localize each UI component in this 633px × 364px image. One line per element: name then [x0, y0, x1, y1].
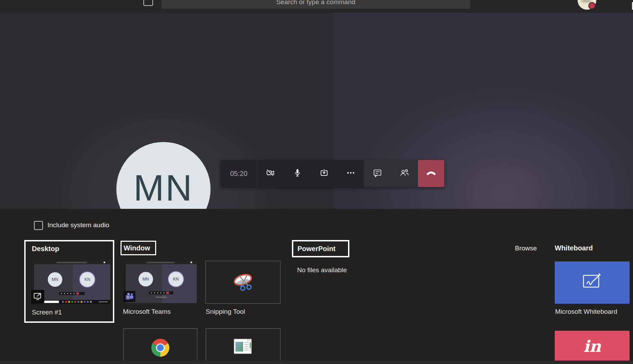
mini-avatar [190, 261, 192, 263]
no-files-text: No files available [297, 266, 347, 274]
powerpoint-section-title-box: PowerPoint [292, 240, 349, 257]
share-tray-icon [319, 168, 329, 179]
microsoft-whiteboard-label: Microsoft Whiteboard [555, 308, 617, 316]
participants-icon [399, 168, 410, 179]
mini-search-bar [146, 262, 175, 263]
mini-avatar-kn: KN [169, 272, 183, 286]
app-window-icon [143, 0, 153, 6]
powerpoint-section-title: PowerPoint [297, 245, 336, 253]
mini-title-bar [31, 261, 110, 264]
invision-freehand-tile[interactable]: in [555, 331, 630, 362]
mini-control-bar [59, 292, 85, 295]
whiteboard-section-title: Whiteboard [555, 244, 593, 252]
mini-control-bar [149, 291, 173, 294]
teams-window-label: Microsoft Teams [123, 308, 171, 316]
snipping-tool-tile[interactable] [205, 261, 280, 304]
search-input[interactable] [161, 0, 470, 9]
participant-avatar-mn: MN [116, 142, 211, 209]
app-title-bar [0, 0, 633, 13]
include-system-audio-label: Include system audio [47, 221, 109, 229]
chrome-window-tile[interactable] [123, 328, 197, 362]
window-section-title-box: Window [121, 241, 156, 255]
mic-icon [292, 168, 303, 179]
desktop-section-title: Desktop [32, 245, 59, 253]
hangup-button[interactable] [418, 160, 444, 187]
busy-status-dot [588, 2, 596, 9]
mini-search-bar [56, 262, 87, 263]
mini-caption-text [155, 297, 167, 298]
more-options-button[interactable] [337, 160, 364, 187]
mic-button[interactable] [284, 160, 311, 187]
hangup-icon [425, 168, 437, 179]
svg-text:T: T [127, 295, 129, 299]
invision-logo: in [583, 337, 601, 356]
chat-icon [372, 168, 383, 179]
snipping-tool-label: Snipping Tool [206, 308, 245, 316]
mini-taskbar-icons [62, 301, 93, 303]
chrome-icon [149, 337, 171, 360]
share-tray: Include system audio Desktop MN KN [0, 209, 633, 364]
microsoft-whiteboard-tile[interactable] [555, 261, 630, 304]
call-control-bar: 05:20 [221, 160, 444, 187]
generic-window-tile[interactable] [206, 328, 280, 362]
teams-meeting-window: MN KN 05:20 [0, 0, 633, 364]
call-timer: 05:20 [221, 160, 257, 187]
window-section-title: Window [124, 244, 150, 252]
mini-avatar-kn: KN [80, 272, 95, 287]
browse-button[interactable]: Browse [515, 245, 537, 252]
teams-window-tile[interactable]: MN KN T [123, 261, 197, 303]
more-options-icon [346, 168, 356, 179]
teams-logo-icon: T [124, 291, 135, 302]
chat-button[interactable] [364, 160, 391, 187]
desktop-section: Desktop MN KN [24, 240, 114, 323]
include-system-audio-checkbox[interactable] [34, 221, 43, 230]
camera-off-icon [266, 168, 276, 179]
mini-avatar-mn: MN [48, 272, 62, 287]
camera-off-button[interactable] [257, 160, 284, 187]
mini-system-tray [99, 301, 108, 302]
participants-button[interactable] [391, 160, 418, 187]
screen-share-overlay-icon [31, 290, 44, 303]
mini-avatar [104, 261, 105, 263]
generic-window-icon [233, 338, 253, 356]
snipping-tool-icon [230, 270, 256, 294]
mini-title-bar [123, 261, 197, 264]
whiteboard-icon [581, 273, 604, 293]
mini-avatar-mn: MN [139, 272, 153, 286]
tray-bottom-edge [0, 361, 633, 364]
share-tray-button[interactable] [311, 160, 337, 187]
screen-1-label: Screen #1 [32, 309, 62, 316]
